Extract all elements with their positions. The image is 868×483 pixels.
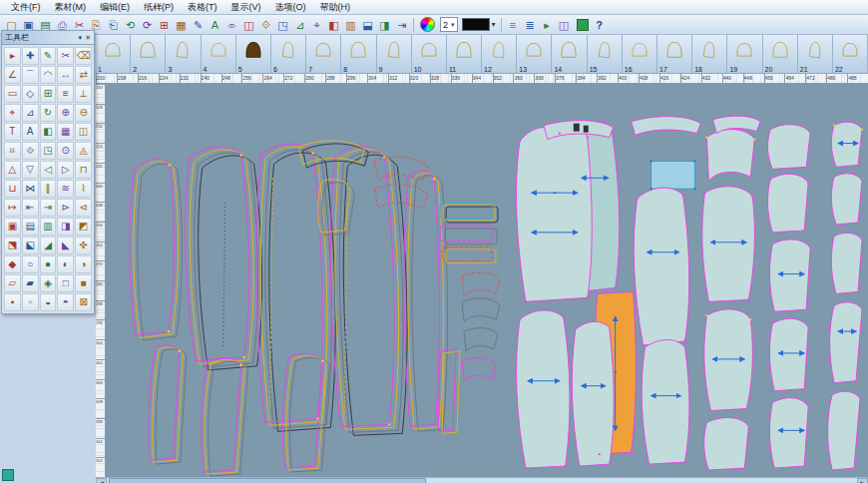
tool-icon[interactable]: ≋ <box>57 180 74 198</box>
tool-icon[interactable]: ↔ <box>57 66 74 84</box>
tool-icon[interactable]: ↦ <box>4 199 21 217</box>
pattern-thumb-cell[interactable]: 10 <box>412 35 447 73</box>
tool-icon[interactable]: ▥ <box>40 218 57 236</box>
tool-icon[interactable]: ⌗ <box>4 142 21 160</box>
tool-icon[interactable]: ◨ <box>57 218 74 236</box>
close-icon[interactable]: ✕ <box>85 34 91 42</box>
color-wheel-icon[interactable] <box>420 17 435 32</box>
tool-icon[interactable]: ▪ <box>4 293 21 311</box>
tool-icon[interactable]: ▰ <box>22 274 39 292</box>
tool-icon[interactable]: ◆ <box>4 255 21 273</box>
pattern-thumb-cell[interactable]: 6 <box>271 35 306 73</box>
tool-icon[interactable]: ◑ <box>75 255 92 273</box>
corner-swatch[interactable] <box>2 469 14 481</box>
tool-icon[interactable]: ✎ <box>40 47 57 65</box>
mirror-icon[interactable]: ◨ <box>376 17 393 33</box>
pattern-thumb-cell[interactable]: 21 <box>798 35 833 73</box>
pattern-thumb-cell[interactable]: 16 <box>623 35 657 73</box>
tool-icon[interactable]: T <box>4 123 21 141</box>
measure-icon[interactable]: ⌯ <box>223 17 240 33</box>
tool-icon[interactable]: △ <box>4 161 21 179</box>
tool-icon[interactable]: ⬔ <box>4 237 21 254</box>
tool-icon[interactable]: ⇥ <box>40 199 57 217</box>
pattern-thumb-cell[interactable]: 20 <box>763 35 798 73</box>
tool-icon[interactable]: ▱ <box>4 274 21 292</box>
pattern-thumb-cell[interactable]: 11 <box>447 35 482 73</box>
target-icon[interactable]: ⌖ <box>308 17 325 33</box>
tool-icon[interactable]: ▤ <box>22 218 39 236</box>
tool-icon[interactable]: ◣ <box>57 237 74 254</box>
tool-icon[interactable]: ✂ <box>57 47 74 65</box>
tool-icon[interactable]: ▭ <box>4 85 21 103</box>
filled-pieces-group[interactable] <box>517 116 862 470</box>
pattern-thumb-cell[interactable]: 13 <box>517 35 552 73</box>
pen-icon[interactable]: ✎ <box>190 17 207 33</box>
pattern-thumb-cell[interactable]: 12 <box>482 35 517 73</box>
design-canvas[interactable] <box>106 84 868 477</box>
tool-icon[interactable]: ⇤ <box>22 199 39 217</box>
menu-item[interactable]: 表格(T) <box>181 1 224 14</box>
tool-icon[interactable]: ∥ <box>40 180 57 198</box>
tool-icon[interactable]: ✜ <box>75 237 92 254</box>
scrollbar-thumb[interactable] <box>109 478 426 483</box>
tool-icon[interactable]: ↻ <box>40 104 57 122</box>
chevron-down-icon[interactable]: ▾ <box>492 20 496 29</box>
tool-icon[interactable]: ⊿ <box>22 104 39 122</box>
menu-item[interactable]: 纸样(P) <box>137 1 181 14</box>
tool-icon[interactable]: □ <box>57 274 74 292</box>
shape-icon[interactable]: ⟐ <box>257 17 274 33</box>
menu-item[interactable]: 帮助(H) <box>313 1 358 14</box>
tool-icon[interactable]: ■ <box>75 274 92 292</box>
tool-icon[interactable]: ⊕ <box>57 104 74 122</box>
tool-icon[interactable]: ⌫ <box>75 47 92 65</box>
tool-icon[interactable]: ▣ <box>4 218 21 236</box>
tool-icon[interactable]: ● <box>40 255 57 273</box>
triangle-icon[interactable]: ⊿ <box>291 17 308 33</box>
pattern-thumb-cell[interactable]: 18 <box>692 35 727 73</box>
pattern-thumb-cell[interactable]: 17 <box>657 35 692 73</box>
flip-icon[interactable]: ⬓ <box>359 17 376 33</box>
menu-item[interactable]: 编辑(E) <box>93 1 137 14</box>
tool-icon[interactable]: ◒ <box>40 293 57 311</box>
tool-icon[interactable]: ◫ <box>75 123 92 141</box>
window-icon[interactable]: ◫ <box>556 17 573 33</box>
tool-icon[interactable]: ▷ <box>57 161 74 179</box>
tool-icon[interactable]: A <box>22 123 39 141</box>
half-fill-icon[interactable]: ◧ <box>325 17 342 33</box>
tool-icon[interactable]: ◓ <box>57 293 74 311</box>
layers-icon[interactable]: ≡ <box>505 17 522 33</box>
tool-icon[interactable]: ∠ <box>4 66 21 84</box>
pattern-thumb-cell[interactable]: 7 <box>306 35 341 73</box>
tool-icon[interactable]: ≡ <box>57 85 74 103</box>
tool-icon[interactable]: ◇ <box>22 85 39 103</box>
horizontal-scrollbar[interactable]: ◀ ▶ <box>96 477 868 483</box>
paste-icon[interactable]: ⎗ <box>105 17 122 33</box>
list-icon[interactable]: ≣ <box>522 17 539 33</box>
pattern-thumb-cell[interactable]: 9 <box>377 35 412 73</box>
color-swatch-black[interactable] <box>462 18 490 31</box>
tool-icon[interactable]: ◳ <box>40 142 57 160</box>
pattern-thumb-cell[interactable]: 14 <box>552 35 587 73</box>
scroll-right-icon[interactable]: ▶ <box>857 478 868 483</box>
panel-icon[interactable]: ◫ <box>240 17 257 33</box>
pattern-thumb-cell[interactable]: 2 <box>131 35 166 73</box>
tool-icon[interactable]: ⌇ <box>75 180 92 198</box>
menu-item[interactable]: 显示(V) <box>224 1 268 14</box>
tool-icon[interactable]: ◈ <box>40 274 57 292</box>
tool-icon[interactable]: ⟂ <box>75 85 92 103</box>
help-button[interactable]: ? <box>593 19 607 31</box>
pattern-canvas-svg[interactable] <box>106 84 868 477</box>
pattern-thumb-cell[interactable]: 1 <box>96 35 131 73</box>
tool-icon[interactable]: ⬕ <box>22 237 39 254</box>
pattern-thumb-cell[interactable]: 22 <box>833 35 868 73</box>
tool-icon[interactable]: ⊲ <box>75 199 92 217</box>
tool-icon[interactable]: ◢ <box>40 237 57 254</box>
tool-icon[interactable]: ◧ <box>40 123 57 141</box>
tool-palette[interactable]: 工具栏 ▾ ✕ ▸✚✎✂⌫∠⌒◠↔⇄▭◇⊞≡⟂⌖⊿↻⊕⊖TA◧▦◫⌗⟐◳⊙◬△▽… <box>1 30 95 314</box>
chevron-down-icon[interactable]: ▾ <box>451 21 455 29</box>
grid-icon[interactable]: ⊞ <box>156 17 173 33</box>
redo-icon[interactable]: ⟳ <box>139 17 156 33</box>
menu-item[interactable]: 选项(O) <box>268 1 313 14</box>
tool-icon[interactable]: ◬ <box>75 142 92 160</box>
scrollbar-track[interactable] <box>107 478 857 483</box>
